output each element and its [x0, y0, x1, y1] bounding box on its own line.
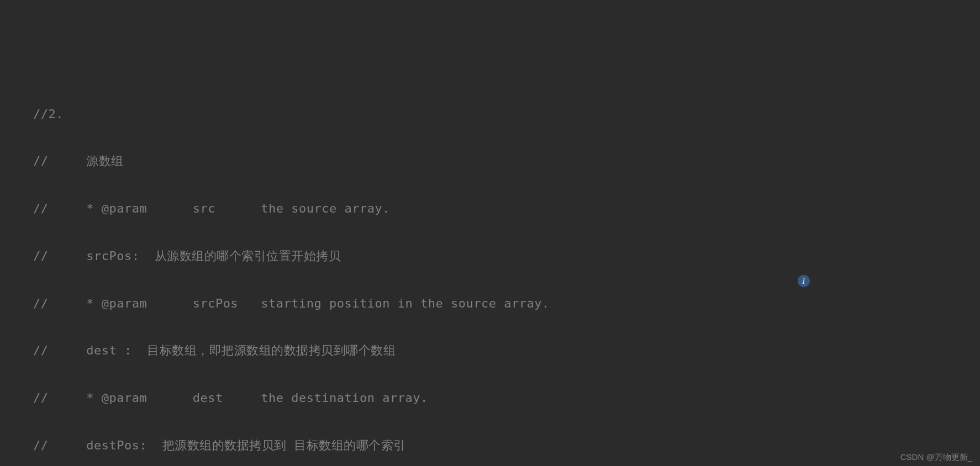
code-comment: // * @param src the source array.: [33, 197, 980, 221]
code-comment: //2.: [33, 103, 980, 126]
code-comment: // * @param srcPos starting position in …: [33, 292, 980, 316]
text-cursor-icon: I: [798, 275, 810, 287]
watermark-text: CSDN @万物更新_: [900, 449, 972, 465]
code-comment: // dest : 目标数组，即把源数组的数据拷贝到哪个数组: [33, 339, 980, 363]
code-comment: // * @param dest the destination array.: [33, 386, 980, 410]
code-comment: // destPos: 把源数组的数据拷贝到 目标数组的哪个索引: [33, 434, 980, 458]
code-comment: // srcPos: 从源数组的哪个索引位置开始拷贝: [33, 245, 980, 268]
code-comment: // 源数组: [33, 150, 980, 173]
